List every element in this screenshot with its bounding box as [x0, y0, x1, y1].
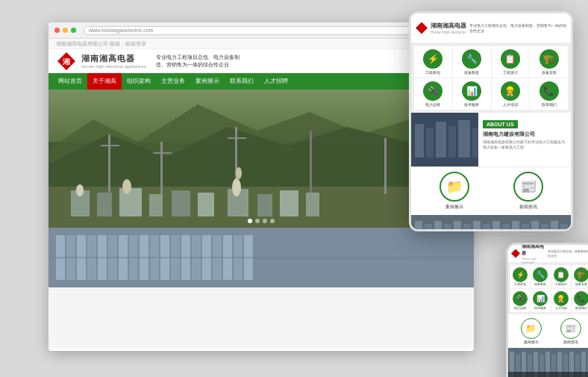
tablet-icon-2: 🔧	[462, 49, 481, 69]
svg-rect-65	[492, 221, 500, 229]
svg-rect-50	[426, 128, 434, 158]
logo-cn: 湖南湘高电器	[81, 53, 146, 64]
tablet-icon-cell-7[interactable]: 👷 人才培训	[492, 78, 530, 110]
tablet-logo-en: Hunan high electrical	[431, 30, 466, 34]
phone-icon-cell-3[interactable]: 📋 工程设计	[551, 265, 571, 288]
svg-rect-53	[458, 120, 470, 158]
logo-icon-wrapper: 湘	[56, 51, 77, 72]
tablet-icon-cell-1[interactable]: ⚡ 工程承包	[414, 46, 452, 78]
tablet-icon-cell-2[interactable]: 🔧 设备制造	[453, 46, 491, 78]
phone-icon-cell-1[interactable]: ⚡ 工程承包	[510, 265, 530, 288]
phone-icon-1: ⚡	[513, 267, 528, 282]
nav-business[interactable]: 主营业务	[156, 73, 190, 90]
site-bottom	[49, 228, 474, 349]
svg-rect-20	[257, 194, 272, 216]
phone-icon-cell-6[interactable]: 📊 技术服务	[531, 289, 550, 312]
svg-rect-68	[522, 224, 529, 229]
svg-rect-57	[415, 221, 422, 229]
tablet-icon-5: 🔌	[423, 81, 442, 101]
hero-dot-1[interactable]	[248, 219, 252, 223]
tablet-cases-button[interactable]: 📁 案例展示	[440, 172, 469, 211]
svg-rect-9	[384, 138, 387, 194]
tablet-icon-cell-6[interactable]: 📊 技术服务	[453, 78, 491, 110]
tablet-logo-text: 湖南湘高电器 Hunan high electrical	[431, 22, 466, 34]
browser-close-dot[interactable]	[54, 28, 60, 33]
tablet-icon-7: 👷	[501, 81, 520, 101]
tablet-icon-cell-3[interactable]: 📋 工程设计	[492, 46, 530, 78]
svg-rect-49	[415, 124, 424, 158]
tablet-logo-cn: 湖南湘高电器	[431, 22, 466, 30]
hero-dot-3[interactable]	[263, 219, 267, 223]
svg-rect-72	[560, 224, 568, 229]
browser-min-dot[interactable]	[63, 28, 68, 33]
bottom-equip	[49, 228, 474, 287]
svg-rect-14	[97, 193, 112, 216]
phone-icon-8: 📞	[574, 291, 588, 306]
tablet-icon-6: 📊	[462, 81, 481, 101]
phone-logo-cn: 湖南湘高电器	[522, 243, 545, 257]
tablet-bottom-svg: 湖南电力建设承接各类工程建设项目	[411, 215, 571, 229]
tablet-icon-1: ⚡	[423, 49, 442, 69]
svg-rect-66	[502, 224, 510, 229]
phone-icon-cell-2[interactable]: 🔧 设备制造	[531, 265, 550, 288]
hero-dot-2[interactable]	[255, 219, 260, 223]
nav-cases[interactable]: 案例展示	[190, 73, 225, 90]
phone-logo-icon	[511, 249, 520, 258]
bottom-image-strip	[49, 228, 474, 287]
phone-bottom-svg: 湖南电力建设承接工程项目	[508, 348, 588, 377]
tablet-news-button[interactable]: 📰 新闻资讯	[513, 172, 543, 211]
bottom-svg	[49, 228, 474, 287]
nav-about[interactable]: 关于湘高	[87, 73, 122, 90]
phone-icon-cell-7[interactable]: 👷 人才培训	[551, 289, 571, 312]
about-desc: 湖南湘高电器有限公司旗下的专业电力工程建设与电力设备一家集电力工程	[483, 140, 566, 150]
phone-icon-4: 🏗️	[574, 267, 588, 282]
nav-careers[interactable]: 人才招聘	[259, 73, 293, 90]
browser-max-dot[interactable]	[71, 28, 76, 33]
phone-icon-cell-5[interactable]: 🔌 电力运维	[510, 289, 530, 312]
svg-rect-58	[425, 224, 432, 229]
svg-point-24	[122, 179, 131, 194]
tablet-bottom-icons: 📁 案例展示 📰 新闻资讯	[411, 166, 571, 215]
phone-cases-button[interactable]: 📁 案例展示	[521, 318, 542, 344]
tablet-icon-cell-4[interactable]: 🏗️ 设备安装	[530, 46, 568, 78]
nav-org[interactable]: 组织架构	[122, 73, 156, 90]
svg-rect-69	[531, 221, 539, 229]
svg-point-23	[76, 184, 84, 196]
svg-rect-64	[483, 224, 490, 229]
tablet-icon-8: 📞	[539, 81, 559, 101]
tablet-icon-cell-5[interactable]: 🔌 电力运维	[414, 78, 452, 110]
svg-rect-90	[508, 372, 588, 377]
cases-icon: 📁	[440, 172, 469, 202]
phone-icon-2: 🔧	[533, 267, 548, 282]
svg-rect-54	[472, 128, 478, 158]
phone-icon-grid: ⚡ 工程承包 🔧 设备制造 📋 工程设计 🏗️ 设备安装 🔌 电力运	[508, 263, 588, 314]
top-bar-left: 湖南湘高电器有限公司 邮箱：邮箱登录	[56, 40, 146, 48]
hero-carousel-dots	[248, 219, 275, 223]
phone-news-button[interactable]: 📰 新闻资讯	[560, 318, 581, 344]
tablet-device: 湖南湘高电器 Hunan high electrical 专业电力工程项目总包、…	[409, 11, 573, 231]
svg-rect-63	[473, 221, 481, 229]
tablet-about-image	[411, 113, 478, 166]
svg-rect-6	[160, 142, 163, 194]
svg-rect-71	[551, 221, 558, 229]
svg-rect-51	[436, 122, 446, 158]
phone-icon-cell-4[interactable]: 🏗️ 设备安装	[572, 265, 588, 288]
svg-rect-61	[454, 221, 461, 229]
svg-rect-22	[306, 193, 319, 216]
tablet-logo-icon	[416, 22, 428, 34]
logo-tagline: 专业电力工程项目总包、电力设备制 造、营销售为一体的综合性企业	[156, 54, 240, 67]
phone-news-icon: 📰	[560, 318, 581, 339]
phone-cases-icon: 📁	[521, 318, 542, 339]
phone-icon-cell-8[interactable]: 📞 联系我们	[572, 289, 588, 312]
browser-address-bar[interactable]: www.hnxiangaoelectric.com	[84, 26, 457, 35]
phone-icon-6: 📊	[533, 291, 548, 306]
nav-home[interactable]: 网站首页	[53, 73, 87, 90]
phone-icon-3: 📋	[554, 267, 569, 282]
hero-dot-4[interactable]	[270, 219, 275, 223]
tablet-bottom-image: 湖南电力建设承接各类工程建设项目	[411, 215, 571, 229]
nav-contact[interactable]: 联系我们	[225, 73, 259, 90]
tablet-icon-cell-8[interactable]: 📞 联系我们	[530, 78, 568, 110]
about-us-badge: ABOUT US	[483, 120, 518, 128]
svg-rect-5	[108, 134, 110, 194]
svg-rect-21	[280, 190, 298, 216]
